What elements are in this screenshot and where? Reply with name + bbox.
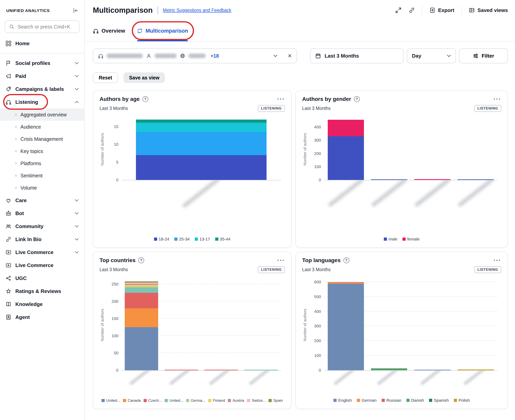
bar-segment-english[interactable] <box>328 284 364 370</box>
bar-segment-25-34[interactable] <box>136 132 266 155</box>
sidebar-item-listening[interactable]: Listening <box>0 96 84 109</box>
sidebar-item-ratings-reviews[interactable]: Ratings & Reviews <box>0 285 84 298</box>
stacked-bar[interactable] <box>125 281 158 370</box>
saved-views-button[interactable]: Saved views <box>469 7 508 13</box>
sidebar-item-volume[interactable]: Volume <box>0 182 84 194</box>
sidebar-item-live-commerce[interactable]: Live Commerce <box>0 259 84 272</box>
filter-more-count[interactable]: +18 <box>211 53 219 59</box>
help-icon[interactable]: ? <box>343 257 349 263</box>
legend-item[interactable]: 35-44 <box>215 237 231 241</box>
bar-segment-finland[interactable] <box>125 285 158 287</box>
sidebar-item-platforms[interactable]: Platforms <box>0 157 84 170</box>
legend-item[interactable]: 13-17 <box>195 237 210 241</box>
stacked-bar[interactable] <box>244 370 278 370</box>
legend-item[interactable]: Polish <box>454 398 470 403</box>
sidebar-item-social-profiles[interactable]: Social profiles <box>0 57 84 70</box>
legend-item[interactable]: Spanish <box>429 398 449 403</box>
date-range-picker[interactable]: Last 3 Months <box>310 48 404 63</box>
tab-multicomparison[interactable]: Multicomparison <box>137 21 188 41</box>
legend-item[interactable]: United... <box>101 398 120 403</box>
stacked-bar[interactable] <box>136 120 266 180</box>
legend-item[interactable]: Finland <box>208 398 225 403</box>
bar-segment-czech-[interactable] <box>165 370 198 370</box>
legend-item[interactable]: 18-24 <box>154 237 169 241</box>
bar-segment-female[interactable] <box>328 120 364 136</box>
sidebar-item-crisis-management[interactable]: Crisis Management <box>0 133 84 145</box>
card-menu-icon[interactable]: ··· <box>493 96 501 102</box>
stacked-bar[interactable] <box>165 370 198 370</box>
legend-item[interactable]: German <box>357 398 377 403</box>
card-menu-icon[interactable]: ··· <box>277 257 285 263</box>
card-menu-icon[interactable]: ··· <box>277 96 285 102</box>
bar-segment-18-24[interactable] <box>136 155 266 180</box>
sidebar-item-aggregated-overview[interactable]: Aggregated overview <box>0 109 84 121</box>
tab-overview[interactable]: Overview <box>93 21 125 41</box>
stacked-bar[interactable] <box>414 370 451 370</box>
audience-filter-chip[interactable]: +18 ✕ <box>93 48 297 63</box>
bar-segment-35-44[interactable] <box>136 120 266 123</box>
filter-button[interactable]: Filter <box>459 48 508 63</box>
bar-segment-danish[interactable] <box>371 369 407 370</box>
stacked-bar[interactable] <box>458 179 494 180</box>
sidebar-item-campaigns-labels[interactable]: Campaigns & labels <box>0 82 84 96</box>
legend-item[interactable]: United... <box>165 398 183 403</box>
export-button[interactable]: Export <box>429 7 454 13</box>
help-icon[interactable]: ? <box>142 96 148 102</box>
legend-item[interactable]: 25-34 <box>174 237 190 241</box>
bar-segment-male[interactable] <box>371 179 407 180</box>
stacked-bar[interactable] <box>328 282 364 370</box>
sidebar-item-key-topics[interactable]: Key topics <box>0 145 84 157</box>
clear-filter-icon[interactable]: ✕ <box>288 53 292 59</box>
legend-item[interactable]: Canada <box>123 398 141 403</box>
sidebar-item-link-in-bio[interactable]: Link In Bio <box>0 233 84 246</box>
bar-segment-male[interactable] <box>328 136 364 180</box>
stacked-bar[interactable] <box>328 120 364 180</box>
chevron-down-icon[interactable] <box>273 55 277 57</box>
bar-segment-female[interactable] <box>414 179 451 180</box>
stacked-bar[interactable] <box>371 179 407 180</box>
metric-suggestions-link[interactable]: Metric Suggestions and Feedback <box>163 8 231 13</box>
bar-segment-czech-[interactable] <box>204 370 238 370</box>
legend-item[interactable]: female <box>402 237 420 241</box>
bar-segment-13-17[interactable] <box>136 123 266 132</box>
bar-segment-united-[interactable] <box>125 288 158 293</box>
help-icon[interactable]: ? <box>354 96 360 102</box>
stacked-bar[interactable] <box>371 368 407 370</box>
collapse-sidebar-icon[interactable] <box>73 8 79 14</box>
bar-segment-switze-[interactable] <box>125 283 158 284</box>
sidebar-item-live-commerce[interactable]: Live Commerce <box>0 246 84 259</box>
legend-item[interactable]: Danish <box>406 398 424 403</box>
sidebar-item-paid[interactable]: Paid <box>0 70 84 82</box>
bar-segment-english[interactable] <box>414 370 451 370</box>
sidebar-item-agent[interactable]: Agent <box>0 311 84 324</box>
search-input[interactable]: Search or press Cmd+K <box>5 21 79 33</box>
bar-segment-czech-[interactable] <box>125 293 158 308</box>
bar-segment-male[interactable] <box>458 179 494 180</box>
sidebar-item-community[interactable]: Community <box>0 220 84 233</box>
sidebar-item-bot[interactable]: Bot <box>0 207 84 220</box>
sidebar-item-home[interactable]: Home <box>0 37 84 50</box>
bar-segment-canada[interactable] <box>125 308 158 327</box>
reset-button[interactable]: Reset <box>93 72 118 83</box>
card-menu-icon[interactable]: ··· <box>493 257 501 263</box>
sidebar-item-care[interactable]: Care <box>0 194 84 207</box>
legend-item[interactable]: Spain <box>269 398 283 403</box>
sidebar-item-sentiment[interactable]: Sentiment <box>0 170 84 182</box>
granularity-select[interactable]: Day <box>407 48 456 63</box>
legend-item[interactable]: Switze... <box>247 398 266 403</box>
sidebar-item-ugc[interactable]: UGC <box>0 272 84 285</box>
help-icon[interactable]: ? <box>138 257 144 263</box>
legend-item[interactable]: Germa... <box>186 398 205 403</box>
stacked-bar[interactable] <box>204 370 238 370</box>
legend-item[interactable]: English <box>333 398 352 403</box>
sidebar-item-audience[interactable]: Audience <box>0 121 84 133</box>
stacked-bar[interactable] <box>414 179 451 180</box>
legend-item[interactable]: male <box>384 237 398 241</box>
bar-segment-polish[interactable] <box>458 369 494 370</box>
legend-item[interactable]: Russian <box>382 398 401 403</box>
bar-segment-united-[interactable] <box>125 327 158 370</box>
sidebar-item-knowledge[interactable]: Knowledge <box>0 298 84 311</box>
bar-segment-united-[interactable] <box>244 370 278 370</box>
legend-item[interactable]: Czech... <box>144 398 162 403</box>
stacked-bar[interactable] <box>458 369 494 370</box>
